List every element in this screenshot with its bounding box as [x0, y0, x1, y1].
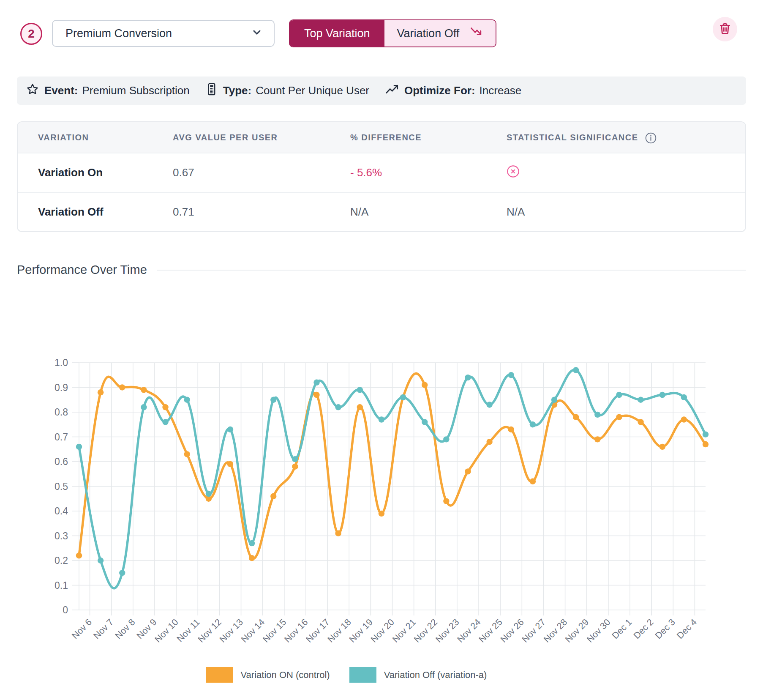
results-table-header: VARIATION AVG VALUE PER USER % DIFFERENC…: [18, 122, 745, 153]
summary-type: Type: Count Per Unique User: [206, 83, 369, 98]
svg-text:Nov 23: Nov 23: [433, 617, 461, 645]
summary-event: Event: Premium Subscription: [26, 83, 190, 98]
col-difference: % DIFFERENCE: [350, 133, 507, 142]
row-variation-name: Variation Off: [18, 205, 173, 219]
svg-text:Nov 20: Nov 20: [369, 617, 396, 645]
svg-text:Nov 7: Nov 7: [92, 617, 116, 641]
svg-text:Dec 3: Dec 3: [653, 617, 677, 641]
optimize-for-label: Optimize For:: [404, 84, 475, 97]
delete-metric-button[interactable]: [713, 17, 737, 41]
row-difference: N/A: [350, 205, 507, 219]
svg-text:0.4: 0.4: [54, 506, 68, 517]
svg-text:0: 0: [63, 604, 68, 615]
x-circle-icon: [507, 165, 520, 178]
svg-text:Nov 30: Nov 30: [585, 617, 612, 645]
svg-text:Nov 28: Nov 28: [542, 617, 569, 645]
svg-text:0.1: 0.1: [54, 580, 68, 591]
svg-text:Nov 29: Nov 29: [563, 617, 591, 645]
variation-winner-toggle: Top Variation Variation Off: [289, 19, 496, 47]
chevron-down-icon: [251, 26, 263, 41]
svg-text:Nov 10: Nov 10: [153, 617, 180, 645]
row-variation-name: Variation On: [18, 166, 173, 179]
svg-text:Nov 17: Nov 17: [304, 617, 331, 645]
legend-item[interactable]: Variation ON (control): [206, 667, 330, 683]
trend-down-icon: [470, 27, 483, 41]
svg-text:0.7: 0.7: [54, 432, 68, 443]
svg-text:Dec 2: Dec 2: [632, 617, 656, 641]
svg-text:1.0: 1.0: [54, 357, 68, 368]
legend-item[interactable]: Variation Off (variation-a): [349, 667, 487, 683]
chart-legend: Variation ON (control)Variation Off (var…: [17, 667, 676, 683]
metric-index-badge: 2: [20, 23, 42, 45]
col-avg-value: AVG VALUE PER USER: [173, 133, 350, 142]
svg-text:Dec 1: Dec 1: [610, 617, 634, 641]
metric-summary-bar: Event: Premium Subscription Type: Count …: [17, 77, 746, 105]
svg-text:Nov 21: Nov 21: [390, 617, 418, 645]
performance-section-title: Performance Over Time: [17, 263, 147, 277]
metric-selector-dropdown[interactable]: Premium Conversion: [52, 20, 275, 47]
results-table: VARIATION AVG VALUE PER USER % DIFFERENC…: [17, 121, 746, 232]
winning-variation-label: Variation Off: [397, 27, 460, 40]
row-significance: N/A: [507, 205, 745, 219]
row-avg-value: 0.67: [173, 166, 350, 179]
svg-text:0.8: 0.8: [54, 407, 68, 418]
svg-text:Nov 12: Nov 12: [196, 617, 223, 645]
svg-text:Nov 15: Nov 15: [261, 617, 288, 645]
svg-text:0.2: 0.2: [54, 555, 68, 566]
legend-label: Variation Off (variation-a): [384, 670, 487, 681]
top-variation-button[interactable]: Top Variation: [290, 20, 384, 46]
svg-text:Nov 27: Nov 27: [520, 617, 548, 645]
svg-text:Nov 11: Nov 11: [175, 617, 202, 644]
svg-text:Nov 8: Nov 8: [113, 617, 137, 641]
legend-label: Variation ON (control): [241, 670, 330, 681]
svg-text:Dec 4: Dec 4: [675, 617, 699, 641]
svg-text:Nov 16: Nov 16: [282, 617, 310, 645]
svg-text:0.3: 0.3: [54, 530, 68, 541]
svg-text:0.6: 0.6: [54, 456, 68, 467]
trash-icon: [719, 23, 730, 36]
row-avg-value: 0.71: [173, 205, 350, 219]
svg-text:Nov 6: Nov 6: [70, 617, 94, 641]
svg-text:Nov 18: Nov 18: [326, 617, 353, 645]
calculator-icon: [206, 83, 218, 98]
event-label: Event:: [44, 84, 78, 97]
legend-swatch: [349, 667, 376, 683]
svg-text:0.9: 0.9: [54, 382, 68, 393]
star-icon: [26, 83, 39, 98]
svg-text:Nov 14: Nov 14: [239, 617, 267, 645]
info-icon[interactable]: [645, 132, 657, 144]
col-significance: STATISTICAL SIGNIFICANCE: [507, 133, 638, 142]
svg-text:Nov 25: Nov 25: [477, 617, 504, 645]
table-row-variation-on: Variation On 0.67 - 5.6%: [18, 153, 745, 192]
winning-variation-button[interactable]: Variation Off: [384, 20, 496, 46]
performance-chart-svg: 00.10.20.30.40.50.60.70.80.91.0Nov 6Nov …: [42, 357, 735, 695]
table-row-variation-off: Variation Off 0.71 N/A N/A: [18, 192, 745, 231]
type-value: Count Per Unique User: [256, 84, 369, 97]
performance-chart: 00.10.20.30.40.50.60.70.80.91.0Nov 6Nov …: [42, 357, 735, 695]
svg-text:Nov 13: Nov 13: [218, 617, 245, 645]
metric-selector-value: Premium Conversion: [65, 27, 172, 40]
svg-text:Nov 24: Nov 24: [455, 617, 482, 645]
svg-text:0.5: 0.5: [54, 481, 68, 492]
event-value: Premium Subscription: [82, 84, 189, 97]
type-label: Type:: [223, 84, 251, 97]
svg-text:Nov 19: Nov 19: [347, 617, 375, 645]
legend-swatch: [206, 667, 233, 683]
svg-text:Nov 22: Nov 22: [412, 617, 439, 645]
section-divider: [157, 270, 746, 271]
trend-up-icon: [385, 84, 399, 98]
summary-optimize-for: Optimize For: Increase: [385, 84, 521, 98]
row-difference: - 5.6%: [350, 166, 507, 179]
svg-text:Nov 26: Nov 26: [499, 617, 526, 645]
col-variation: VARIATION: [18, 133, 173, 142]
optimize-for-value: Increase: [480, 84, 522, 97]
